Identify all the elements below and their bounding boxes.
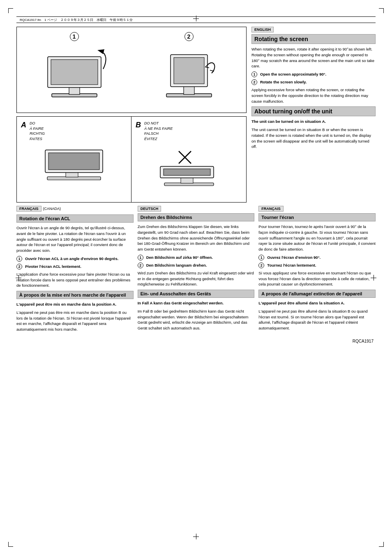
donot-svg bbox=[156, 144, 222, 197]
fr-situation-a-title: L'appareil peut être allumé dans la situ… bbox=[258, 300, 376, 306]
fc-section2-title: À propos de la mise en/ hors marche de l… bbox=[16, 291, 134, 299]
corner-mark-tl bbox=[8, 8, 13, 13]
de-situation-a-title: In Fall A kann das Gerät eingeschaltet w… bbox=[138, 300, 255, 306]
diagram-area: 1 bbox=[16, 27, 247, 203]
diagram-do: A DOÀ FAIRERICHTIGFAITES bbox=[17, 117, 131, 202]
deutsch-section1-title: Drehen des Bildschirms bbox=[138, 213, 255, 221]
english-section2-title: About turning on/off the unit bbox=[251, 106, 376, 116]
svg-rect-3 bbox=[51, 60, 98, 85]
francais-badge: FRANÇAIS bbox=[258, 206, 284, 212]
diagram-step2: 2 bbox=[154, 32, 224, 108]
diagram2-svg bbox=[154, 44, 224, 108]
deutsch-col: DEUTSCH Drehen des Bildschirms Zum Drehe… bbox=[138, 206, 255, 335]
step2-circle: 2 bbox=[184, 32, 194, 41]
fr-step2-circle: 2 bbox=[258, 263, 264, 268]
francais-canada-section1-title: Rotation de l'écran ACL bbox=[16, 214, 134, 223]
top-section: 1 bbox=[16, 27, 376, 203]
english-step1-text: Open the screen approximately 90°. bbox=[260, 71, 326, 77]
fc-step1-circle: 1 bbox=[16, 256, 22, 262]
english-step2-body: Applying excessive force when rotating t… bbox=[251, 87, 376, 104]
de-situation-body: Im Fall B oder bei gedrehtem Bildschirm … bbox=[138, 309, 255, 331]
francais-canada-intro: Ouvrir l'écran à un angle de 90 degrés, … bbox=[16, 225, 134, 253]
francais-canada-step2: 2 Pivoter l'écran ACL lentement. bbox=[16, 264, 134, 269]
fc-situation-a-title: L'appareil peut être mis en marche dans … bbox=[16, 302, 134, 307]
de-section2-title: Ein- und Ausschalten des Geräts bbox=[138, 290, 255, 298]
english-situation-body: The unit cannot be turned on in situatio… bbox=[251, 127, 376, 150]
fr-step2-text: Tournez l'écran lentement. bbox=[267, 263, 316, 268]
corner-mark-tr bbox=[379, 8, 384, 13]
do-sublabel: DOÀ FAIRERICHTIGFAITES bbox=[30, 121, 45, 141]
de-step2-text: Den Bildschirm langsam drehen. bbox=[146, 263, 207, 268]
do-label: A bbox=[21, 121, 26, 129]
fc-step1-text: Ouvrir l'écran ACL à un angle d'environ … bbox=[25, 256, 118, 261]
donot-label: B bbox=[136, 121, 141, 129]
de-step1-circle: 1 bbox=[138, 255, 143, 260]
header-bar: RQCA1917.fm 1 ページ ２００９年３月２５日 水曜日 午前９時５１分 bbox=[16, 16, 376, 23]
corner-mark-br bbox=[379, 542, 384, 547]
do-svg bbox=[41, 144, 107, 197]
english-section1-title: Rotating the screen bbox=[251, 34, 376, 44]
francais-section1-title: Tourner l'écran bbox=[258, 213, 376, 221]
de-step1-text: Den Bildschirm auf zirka 90° öffnen. bbox=[146, 255, 213, 260]
francais-col: FRANÇAIS Tourner l'écran Pour tourner l'… bbox=[258, 206, 376, 335]
english-step1-circle: 1 bbox=[251, 71, 257, 77]
diagram1-svg bbox=[39, 44, 109, 108]
english-step1: 1 Open the screen approximately 90°. bbox=[251, 71, 376, 77]
english-step2-text: Rotate the screen slowly. bbox=[260, 79, 307, 85]
donot-sublabel: DO NOTÀ NE PAS FAIREFALSCHÉVITEZ bbox=[144, 121, 173, 141]
svg-rect-15 bbox=[164, 169, 210, 175]
de-step2-circle: 2 bbox=[138, 263, 143, 268]
english-intro: When rotating the screen, rotate it afte… bbox=[251, 46, 376, 69]
francais-intro: Pour tourner l'écran, tournez-le après l… bbox=[258, 224, 376, 252]
fc-step2-body: L'application d'une force excessive pour… bbox=[16, 272, 134, 288]
header-text: RQCA1917.fm 1 ページ ２００９年３月２５日 水曜日 午前９時５１分 bbox=[20, 18, 133, 22]
francais-canada-col: FRANÇAIS (CANADA) Rotation de l'écran AC… bbox=[16, 206, 134, 335]
english-situation-a-title: The unit can be turned on in situation A… bbox=[251, 119, 376, 124]
english-lang-badge: ENGLISH bbox=[251, 27, 274, 32]
fc-situation-body: L'appareil ne peut pas être mis en march… bbox=[16, 310, 134, 332]
de-step2-body: Wird zum Drehen des Bildschirms zu viel … bbox=[138, 270, 255, 287]
english-step2-circle: 2 bbox=[251, 79, 257, 85]
francais-canada-sub: (CANADA) bbox=[43, 207, 61, 211]
fr-step1-text: Ouvrez l'écran d'environ 90°. bbox=[267, 255, 321, 260]
fr-section2-title: A propos de l'allumage/ extinction de l'… bbox=[258, 290, 376, 298]
fr-step1-circle: 1 bbox=[258, 255, 264, 260]
francais-step2: 2 Tournez l'écran lentement. bbox=[258, 263, 376, 268]
deutsch-step2: 2 Den Bildschirm langsam drehen. bbox=[138, 263, 255, 268]
fc-step2-text: Pivoter l'écran ACL lentement. bbox=[25, 264, 81, 269]
fc-step2-circle: 2 bbox=[16, 264, 22, 269]
main-content: 1 bbox=[16, 27, 376, 539]
footnote: RQCA1917 bbox=[16, 339, 376, 343]
step1-circle: 1 bbox=[70, 32, 79, 41]
deutsch-intro: Zum Drehen des Bildschirms klappen Sie d… bbox=[138, 224, 255, 252]
svg-rect-7 bbox=[174, 58, 204, 84]
svg-rect-11 bbox=[48, 153, 99, 170]
fr-situation-body: L'appareil ne peut pas être allumé dans … bbox=[258, 309, 376, 331]
english-step2: 2 Rotate the screen slowly. bbox=[251, 79, 376, 85]
francais-step1: 1 Ouvrez l'écran d'environ 90°. bbox=[258, 255, 376, 260]
deutsch-step1: 1 Den Bildschirm auf zirka 90° öffnen. bbox=[138, 255, 255, 260]
diagram-donot: B DO NOTÀ NE PAS FAIREFALSCHÉVITEZ bbox=[131, 117, 246, 202]
diagram-step1: 1 bbox=[39, 32, 109, 108]
deutsch-badge: DEUTSCH bbox=[138, 206, 161, 212]
bottom-three-col: FRANÇAIS (CANADA) Rotation de l'écran AC… bbox=[16, 206, 376, 335]
corner-mark-bl bbox=[8, 542, 13, 547]
diagram-bottom: A DOÀ FAIRERICHTIGFAITES bbox=[16, 116, 247, 203]
fr-step2-body: Si vous appliquez une force excessive en… bbox=[258, 270, 376, 287]
diagram-top: 1 bbox=[16, 27, 247, 113]
english-column: ENGLISH Rotating the screen When rotatin… bbox=[251, 27, 376, 203]
francais-canada-step1: 1 Ouvrir l'écran ACL à un angle d'enviro… bbox=[16, 256, 134, 262]
francais-canada-badge: FRANÇAIS bbox=[16, 206, 42, 212]
